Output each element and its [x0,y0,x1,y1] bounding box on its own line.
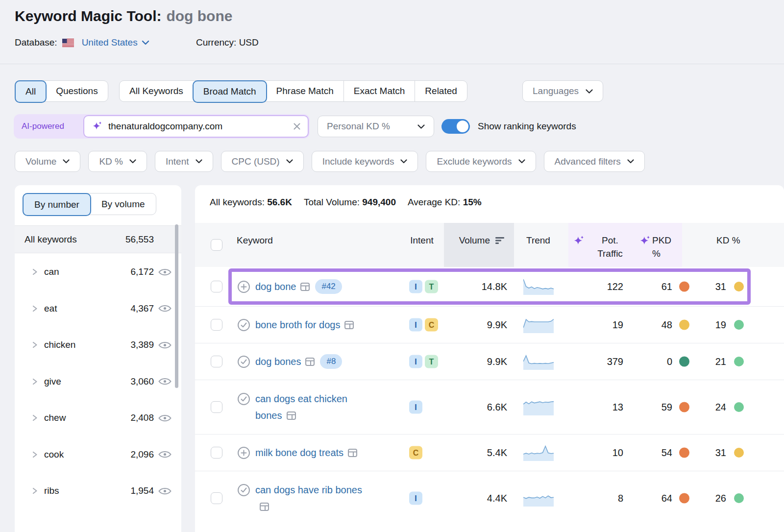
rank-badge: #8 [320,354,342,369]
languages-dropdown[interactable]: Languages [522,80,603,102]
serp-icon[interactable] [300,282,310,292]
select-all-checkbox[interactable] [211,239,222,251]
filter-label: Volume [25,156,56,167]
ai-columns-header: Pot. Traffic PKD % [568,223,682,267]
chevron-right-icon[interactable] [31,487,38,495]
group-label: chew [44,412,66,423]
serp-icon[interactable] [344,320,354,330]
summary-vol-value: 949,400 [362,197,396,207]
volume-value: 5.4K [444,447,507,459]
database-selector[interactable]: United States [62,37,149,48]
scope-tab-group: All Questions [15,80,108,102]
keyword-link[interactable]: dog bones [255,356,315,367]
row-checkbox[interactable] [211,492,222,504]
all-keywords-row[interactable]: All keywords 56,553 [15,225,181,253]
serp-icon[interactable] [347,448,358,458]
col-trend[interactable]: Trend [526,234,550,247]
keyword-added-icon[interactable] [237,484,250,497]
row-checkbox[interactable] [211,401,222,413]
chevron-right-icon[interactable] [31,305,38,313]
add-keyword-icon[interactable] [237,280,250,293]
eye-icon[interactable] [158,340,172,350]
tab-broad-match[interactable]: Broad Match [193,80,267,103]
col-pot-traffic[interactable]: Pot. Traffic [590,234,630,260]
chevron-down-icon [627,159,634,164]
filter-exclude-keywords[interactable]: Exclude keywords [426,151,536,172]
eye-icon[interactable] [158,377,172,386]
ai-sparkle-icon [638,235,651,247]
tab-by-volume[interactable]: By volume [91,193,156,215]
chevron-right-icon[interactable] [31,451,38,459]
chevron-right-icon[interactable] [31,378,38,386]
serp-icon[interactable] [305,357,315,367]
filter-cpc[interactable]: CPC (USD) [221,151,304,172]
volume-value: 9.9K [444,356,507,367]
keyword-added-icon[interactable] [237,318,250,332]
filter-advanced[interactable]: Advanced filters [544,151,645,172]
eye-icon[interactable] [158,304,172,313]
domain-input[interactable]: thenaturaldogcompany.com [83,115,309,138]
keyword-link[interactable]: can dogs have rib bones [255,484,362,512]
add-keyword-icon[interactable] [237,446,250,459]
keyword-groups-sidebar: By number By volume All keywords 56,553 … [15,185,181,532]
keyword-group-row[interactable]: can 6,172 [15,254,181,290]
eye-icon[interactable] [158,450,172,459]
database-label: Database: [15,37,57,48]
chevron-right-icon[interactable] [31,268,38,276]
personal-kd-dropdown[interactable]: Personal KD % [318,116,434,137]
filter-volume[interactable]: Volume [15,151,80,172]
intent-badge-I: I [409,280,422,293]
tab-questions[interactable]: Questions [46,81,108,101]
keyword-group-row[interactable]: chicken 3,389 [15,327,181,363]
keyword-group-row[interactable]: cook 2,096 [15,436,181,473]
sidebar-scrollbar[interactable] [175,224,178,388]
group-count: 2,408 [130,412,154,423]
show-ranking-keywords-toggle[interactable] [441,119,470,134]
tab-by-number[interactable]: By number [23,193,91,216]
serp-icon[interactable] [259,502,270,512]
row-checkbox[interactable] [211,447,222,459]
group-label: chicken [44,339,75,350]
col-volume-cell[interactable]: Volume [444,223,514,267]
group-count: 3,389 [130,339,154,350]
col-kd[interactable]: KD % [716,234,744,247]
keyword-group-row[interactable]: ribs 1,954 [15,473,181,509]
keyword-group-row[interactable]: eat 4,367 [15,290,181,327]
col-intent[interactable]: Intent [407,234,437,247]
volume-value: 6.6K [444,402,507,413]
keyword-link[interactable]: milk bone dog treats [255,447,358,458]
filter-intent[interactable]: Intent [155,151,213,172]
tab-all[interactable]: All [15,80,47,103]
page-title: Keyword Magic Tool:dog bone [15,8,232,24]
eye-icon[interactable] [158,413,172,423]
filter-include-keywords[interactable]: Include keywords [312,151,418,172]
tab-related[interactable]: Related [415,81,467,101]
intent-badge-C: C [425,318,438,332]
keyword-link[interactable]: dog bone [255,281,310,292]
tab-exact-match[interactable]: Exact Match [343,81,415,101]
row-checkbox[interactable] [211,356,222,367]
results-panel: All keywords: 56.6K Total Volume: 949,40… [195,185,784,532]
keyword-added-icon[interactable] [237,355,250,368]
keyword-added-icon[interactable] [237,392,250,406]
col-pkd[interactable]: PKD % [652,234,682,260]
rank-badge: #42 [315,279,342,294]
row-checkbox[interactable] [211,319,222,331]
chevron-right-icon[interactable] [31,414,38,422]
pot-traffic-value: 10 [567,447,623,459]
chevron-right-icon[interactable] [31,341,38,349]
keyword-group-row[interactable]: chew 2,408 [15,400,181,436]
intent-badge-T: T [425,355,438,368]
clear-input-icon[interactable] [293,122,301,130]
eye-icon[interactable] [158,267,172,277]
filter-kd[interactable]: KD % [88,151,147,172]
col-keyword[interactable]: Keyword [237,234,273,247]
row-checkbox[interactable] [211,281,222,292]
tab-phrase-match[interactable]: Phrase Match [267,81,343,101]
keyword-link[interactable]: can dogs eat chicken bones [255,393,347,421]
tab-all-keywords[interactable]: All Keywords [120,81,193,101]
serp-icon[interactable] [286,411,296,421]
keyword-link[interactable]: bone broth for dogs [255,319,354,330]
eye-icon[interactable] [158,486,172,496]
keyword-group-row[interactable]: give 3,060 [15,363,181,400]
